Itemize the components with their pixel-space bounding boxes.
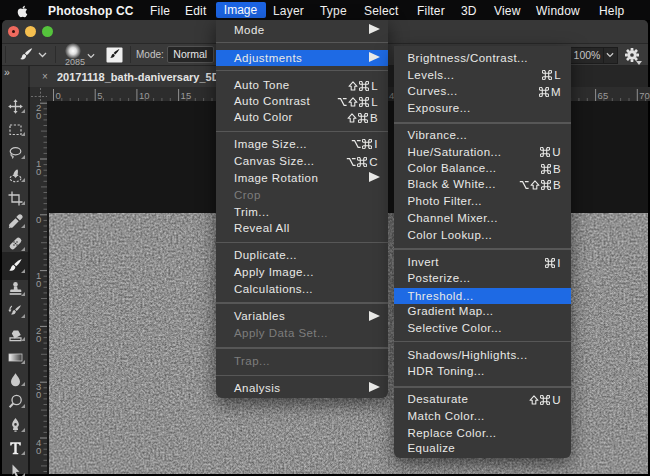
svg-text:0: 0 bbox=[36, 166, 41, 177]
svg-text:65: 65 bbox=[598, 90, 609, 101]
svg-text:70: 70 bbox=[639, 90, 650, 101]
svg-text:0: 0 bbox=[36, 445, 41, 456]
svg-text:0: 0 bbox=[36, 389, 41, 400]
svg-text:0: 0 bbox=[56, 90, 61, 101]
svg-text:0: 0 bbox=[36, 110, 41, 121]
svg-text:15: 15 bbox=[181, 90, 192, 101]
svg-text:10: 10 bbox=[139, 90, 150, 101]
svg-text:0: 0 bbox=[36, 333, 41, 344]
svg-text:0: 0 bbox=[36, 214, 41, 225]
svg-text:5: 5 bbox=[97, 90, 102, 101]
svg-text:0: 0 bbox=[36, 278, 41, 289]
